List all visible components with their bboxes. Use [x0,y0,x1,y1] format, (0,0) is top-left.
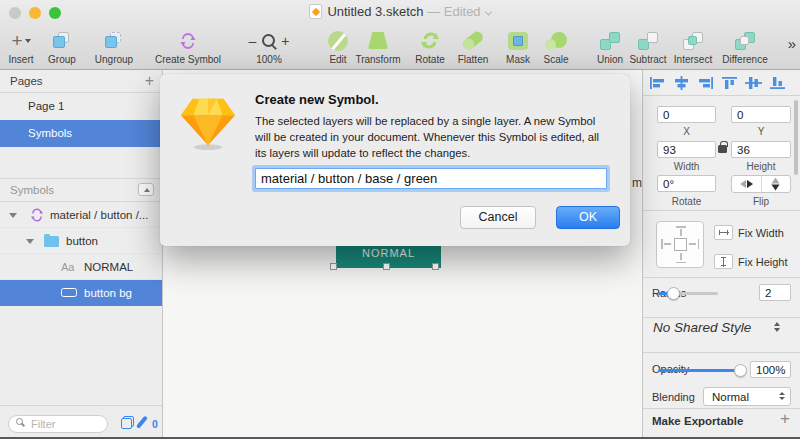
fix-height-label: Fix Height [738,256,788,268]
sidebar-bottom-bar: 0 [0,405,162,439]
difference-icon [735,32,755,50]
create-symbol-dialog: Create new Symbol. The selected layers w… [160,74,630,246]
insert-button[interactable]: + Insert [2,28,40,65]
make-exportable-label: Make Exportable [652,415,743,427]
fix-height-button[interactable] [714,254,733,269]
fix-height-icon [721,257,726,266]
difference-button[interactable]: Difference [714,28,776,65]
flip-control [731,175,791,193]
page-list-toggle-icon[interactable] [121,416,134,429]
inspector-panel: 0 0 X Y 93 36 Width Height 0° Rotate Fli… [642,70,800,439]
page-item-page1[interactable]: Page 1 [0,93,162,120]
rotate-field[interactable]: 0° [657,175,716,192]
toolbar-overflow-button[interactable]: » [788,35,794,52]
align-middle-vertical-icon[interactable] [745,76,762,90]
disclosure-triangle-icon[interactable] [9,213,17,218]
window-title: Untitled 3.sketch [327,4,423,19]
symbol-name-input[interactable] [255,168,607,189]
group-icon [52,32,72,50]
inspector-scrollbar[interactable] [794,100,798,175]
mask-icon [508,32,528,50]
page-item-symbols[interactable]: Symbols [0,120,162,147]
intersect-icon [683,32,703,50]
opacity-slider[interactable] [658,369,746,372]
opacity-field[interactable]: 100% [750,361,791,378]
pages-spacer [0,147,162,179]
titlebar: Untitled 3.sketch — Edited [0,0,800,25]
mask-button[interactable]: Mask [500,28,536,65]
fix-width-icon [719,230,728,235]
blending-select[interactable]: Normal [703,387,791,406]
folder-icon [44,236,59,247]
rotate-button[interactable]: Rotate [408,28,452,65]
zoom-level[interactable]: 100% [238,54,300,65]
add-page-button[interactable]: + [145,72,154,90]
align-center-horizontal-icon[interactable] [673,76,690,90]
shared-style-stepper-icon[interactable] [774,322,780,332]
scale-icon [545,32,567,50]
search-icon [16,418,23,425]
opacity-slider-thumb[interactable] [734,364,747,377]
height-field[interactable]: 36 [731,141,791,158]
collapse-layers-button[interactable] [138,183,154,196]
radius-field[interactable]: 2 [759,284,791,301]
selection-handle-bottom-center[interactable] [383,263,390,270]
dialog-body-text: The selected layers will be replaced by … [255,113,611,161]
ok-button[interactable]: OK [556,206,620,229]
flip-vertical-button[interactable] [762,176,791,192]
union-icon [600,32,620,50]
edit-pencil-icon [328,31,348,51]
blending-label: Blending [652,391,695,403]
y-label: Y [731,126,791,137]
zoom-out-button[interactable]: – [249,33,257,49]
symbol-icon [30,208,44,222]
create-symbol-button[interactable]: Create Symbol [146,28,230,65]
toolbar: + Insert Group Ungroup Create Symbol [0,25,800,70]
title-chevron-down-icon[interactable] [485,9,492,16]
layer-item-folder[interactable]: button [0,228,162,254]
fix-width-button[interactable] [714,225,733,240]
width-field[interactable]: 93 [657,141,716,158]
align-top-icon[interactable] [721,76,738,90]
group-button[interactable]: Group [42,28,82,65]
flip-horizontal-button[interactable] [732,176,762,192]
height-label: Height [731,161,791,172]
x-position-field[interactable]: 0 [657,106,716,123]
flatten-button[interactable]: Flatten [449,28,497,65]
layer-item-shape-selected[interactable]: button bg [0,280,162,306]
lock-proportions-icon[interactable] [718,145,727,153]
left-sidebar: Pages + Page 1 Symbols Symbols material … [0,70,163,439]
align-right-icon[interactable] [697,76,714,90]
align-left-icon[interactable] [649,76,666,90]
document-icon [309,4,322,19]
transform-button[interactable]: Transform [347,28,409,65]
zoom-control: – + 100% [238,28,300,65]
flatten-icon [461,29,485,51]
insert-caret-icon [25,39,31,43]
align-bottom-icon[interactable] [769,76,786,90]
layer-item-text[interactable]: Aa NORMAL [0,254,162,280]
subtract-icon [638,32,658,50]
pencil-icon[interactable] [136,416,148,429]
shared-style-select[interactable]: No Shared Style [653,320,751,335]
fix-width-label: Fix Width [738,227,784,239]
selection-handle-bottom-right[interactable] [432,263,439,270]
selection-handle-bottom-left[interactable] [330,263,337,270]
scale-button[interactable]: Scale [536,28,576,65]
radius-slider[interactable] [658,292,718,295]
ungroup-button[interactable]: Ungroup [90,28,138,65]
layer-item-symbol[interactable]: material / button /... [0,202,162,228]
pages-header: Pages + [0,70,162,93]
resizing-constraints-widget[interactable] [656,221,704,268]
y-position-field[interactable]: 0 [731,106,791,123]
radius-slider-thumb[interactable] [667,287,680,300]
layers-header: Symbols [0,179,162,202]
cancel-button[interactable]: Cancel [460,206,536,229]
canvas-text-fragment: m [632,176,642,190]
zoom-in-button[interactable]: + [281,33,289,49]
disclosure-triangle-icon[interactable] [26,239,34,244]
ungroup-icon [104,32,124,50]
rotate-label: Rotate [657,196,716,207]
width-label: Width [657,161,716,172]
add-export-button[interactable]: + [780,409,790,429]
